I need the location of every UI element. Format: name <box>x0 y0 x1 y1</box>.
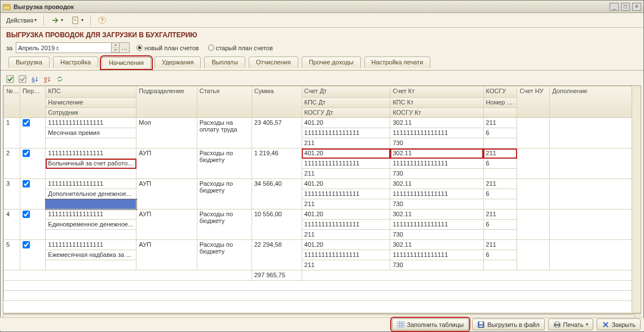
cell-kps: 1111111111111111 <box>46 179 136 189</box>
radio-on-icon <box>136 45 143 51</box>
cell-sotr[interactable] <box>46 230 136 240</box>
cell-sotr[interactable] <box>46 138 136 148</box>
period-spinner[interactable]: ▲▼ <box>112 42 120 53</box>
cell-perenos[interactable] <box>20 240 45 270</box>
col-kps[interactable]: КПС <box>46 86 136 98</box>
cell-nach: Больничный за счет работо... <box>46 159 136 169</box>
col-kosgukt[interactable]: КОСГУ Кт <box>390 108 483 118</box>
cell-num: 2 <box>4 148 20 179</box>
tab-nastroika[interactable]: Настройка <box>53 56 98 68</box>
col-numj[interactable]: Номер журнала <box>483 98 517 108</box>
close-button[interactable]: Закрыть <box>597 318 641 330</box>
chevron-down-icon: ▾ <box>61 18 63 23</box>
svg-text:Я: Я <box>32 79 35 83</box>
cell-dt: 401.20 <box>302 118 390 128</box>
cell-kt: 302.11 <box>390 148 483 159</box>
cell-numj: 6 <box>483 189 517 199</box>
cell-podr: АУП <box>136 240 197 270</box>
cell-sotr[interactable] <box>46 199 136 209</box>
check-all-button[interactable] <box>5 74 15 84</box>
tab-nastroika-pechati[interactable]: Настройка печати <box>364 56 431 68</box>
cell-perenos[interactable] <box>20 148 45 179</box>
minimize-button[interactable]: _ <box>610 3 619 11</box>
cell-perenos[interactable] <box>20 209 45 240</box>
col-podr[interactable]: Подразделение <box>136 86 197 118</box>
cell-sotr[interactable] <box>46 260 136 270</box>
period-value: Апрель 2019 г. <box>18 45 60 51</box>
col-sum[interactable]: Сумма <box>252 86 302 118</box>
col-dt[interactable]: Счет Дт <box>302 86 390 98</box>
go-button[interactable]: ▾ <box>48 15 65 26</box>
export-file-button[interactable]: Выгрузить в файл <box>472 318 544 330</box>
table-row[interactable]: 41111111111111111АУПРасходы по бюджету10… <box>4 209 634 220</box>
cell-sotr[interactable] <box>46 169 136 179</box>
tab-vygruzka[interactable]: Выгрузка <box>8 56 50 68</box>
refresh-button[interactable] <box>55 74 65 84</box>
col-dop[interactable]: Дополнение <box>550 86 634 118</box>
sort-desc-button[interactable]: ЯA <box>42 74 52 84</box>
uncheck-all-button[interactable] <box>17 74 28 84</box>
export-file-label: Выгрузить в файл <box>487 321 539 328</box>
col-kpskt[interactable]: КПС Кт <box>390 98 483 108</box>
cell-dt: 401.20 <box>302 179 390 189</box>
perenos-checkbox[interactable] <box>23 119 30 126</box>
tab-prochie[interactable]: Прочие доходы <box>302 56 361 68</box>
table-row[interactable]: 21111111111111111АУПРасходы по бюджету1 … <box>4 148 634 159</box>
perenos-checkbox[interactable] <box>23 150 30 157</box>
cell-kosgukt: 730 <box>390 199 483 209</box>
cell-perenos[interactable] <box>20 118 45 148</box>
col-kosgu[interactable]: КОСГУ <box>483 86 517 98</box>
cell-sum: 34 566,40 <box>252 179 302 209</box>
radio-old-plan[interactable]: старый план счетов <box>208 45 273 51</box>
tab-otchisleniya[interactable]: Отчисления <box>249 56 298 68</box>
radio-new-plan[interactable]: новый план счетов <box>136 45 199 51</box>
col-sotr[interactable]: Сотрудник <box>46 108 136 118</box>
perenos-checkbox[interactable] <box>23 241 30 248</box>
col-kosgudt[interactable]: КОСГУ Дт <box>302 108 390 118</box>
fill-tables-button[interactable]: Заполнить таблицы <box>392 318 469 330</box>
header-area: ВЫГРУЗКА ПРОВОДОК ДЛЯ ЗАГРУЗКИ В БУХГАЛТ… <box>1 28 643 70</box>
spinner-down-icon[interactable]: ▼ <box>112 48 119 53</box>
cell-kpskt: 1111111111111111 <box>390 250 483 260</box>
col-kpsdt[interactable]: КПС Дт <box>302 98 390 108</box>
tab-uderzhaniya[interactable]: Удержания <box>155 56 201 68</box>
cell-dop <box>550 179 634 209</box>
cell-podr: АУП <box>136 209 197 240</box>
period-select-button[interactable]: … <box>120 42 130 53</box>
tab-content: AЯ ЯA № п/п Перенос КПС Подразделение Ст… <box>1 70 643 315</box>
fill-tables-label: Заполнить таблицы <box>407 321 464 328</box>
col-perenos[interactable]: Перенос <box>20 86 45 118</box>
tab-vyplaty[interactable]: Выплаты <box>204 56 245 68</box>
maximize-button[interactable]: □ <box>621 3 630 11</box>
perenos-checkbox[interactable] <box>23 211 30 218</box>
chevron-down-icon: ▾ <box>586 322 588 327</box>
sort-asc-button[interactable]: AЯ <box>30 74 40 84</box>
cell-blank <box>483 138 517 148</box>
table-row[interactable]: 11111111111111111МопРасходы на оплату тр… <box>4 118 634 128</box>
cell-kps: 1111111111111111 <box>46 148 136 159</box>
check-gray-icon <box>19 75 27 83</box>
arrow-icon <box>51 16 60 25</box>
data-grid[interactable]: № п/п Перенос КПС Подразделение Статья С… <box>3 86 634 301</box>
cell-perenos[interactable] <box>20 179 45 209</box>
tab-nachisleniya[interactable]: Начисления <box>102 57 151 68</box>
report-button[interactable]: ▾ <box>69 15 86 26</box>
col-num[interactable]: № п/п <box>4 86 20 118</box>
actions-menu[interactable]: Действия ▾ <box>4 16 39 25</box>
help-button[interactable]: ? <box>95 15 109 26</box>
table-row[interactable]: 51111111111111111АУПРасходы по бюджету22… <box>4 240 634 250</box>
col-nu[interactable]: Счет НУ <box>517 86 550 118</box>
period-input[interactable]: Апрель 2019 г. <box>16 42 112 53</box>
app-icon <box>3 3 11 11</box>
table-row[interactable]: 31111111111111111АУПРасходы по бюджету34… <box>4 179 634 189</box>
cell-podr: АУП <box>136 148 197 179</box>
close-window-button[interactable]: × <box>632 3 641 11</box>
perenos-checkbox[interactable] <box>23 180 30 187</box>
print-button[interactable]: Печать ▾ <box>548 318 593 330</box>
col-art[interactable]: Статья <box>197 86 252 118</box>
vertical-scrollbar[interactable] <box>632 86 641 313</box>
check-green-icon <box>6 75 14 83</box>
spinner-up-icon[interactable]: ▲ <box>112 43 119 48</box>
col-kt[interactable]: Счет Кт <box>390 86 483 98</box>
col-nach[interactable]: Начисление <box>46 98 136 108</box>
